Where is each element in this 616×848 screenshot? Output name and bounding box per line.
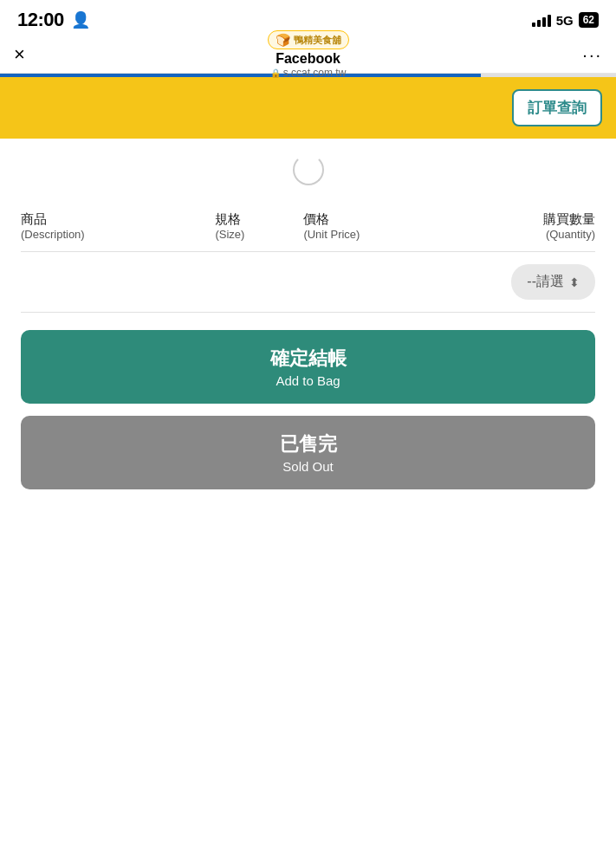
add-to-bag-main-text: 確定結帳 bbox=[270, 346, 347, 372]
yellow-banner: 訂單查詢 bbox=[0, 77, 616, 139]
sold-out-main-text: 已售完 bbox=[280, 431, 337, 457]
close-button[interactable]: × bbox=[14, 43, 45, 66]
size-sub-label: (Size) bbox=[215, 228, 303, 241]
logo-area: 🍞 鴨精美食舖 Facebook 🔒 s.ccat.com.tw bbox=[268, 30, 349, 79]
col-desc-header: 商品 (Description) bbox=[21, 211, 215, 241]
table-data-row: --請選 ⬍ bbox=[21, 252, 595, 313]
person-icon: 👤 bbox=[71, 10, 90, 29]
status-time: 12:00 bbox=[17, 9, 64, 31]
chevron-updown-icon: ⬍ bbox=[569, 275, 580, 289]
sold-out-button: 已售完 Sold Out bbox=[21, 416, 595, 489]
price-sub-label: (Unit Price) bbox=[303, 228, 436, 241]
qty-select-label: --請選 bbox=[527, 273, 564, 291]
lock-icon: 🔒 bbox=[270, 68, 281, 78]
browser-title: Facebook bbox=[276, 51, 340, 67]
signal-bars bbox=[532, 13, 551, 27]
price-main-label: 價格 bbox=[303, 211, 436, 228]
loading-area bbox=[0, 139, 616, 194]
loading-circle bbox=[293, 154, 324, 185]
network-label: 5G bbox=[556, 13, 574, 28]
logo-icon: 🍞 bbox=[276, 33, 290, 47]
col-qty-data: --請選 ⬍ bbox=[436, 264, 595, 300]
browser-header: × 🍞 鴨精美食舖 Facebook 🔒 s.ccat.com.tw ··· bbox=[0, 36, 616, 74]
signal-bar-2 bbox=[537, 20, 541, 27]
sold-out-sub-text: Sold Out bbox=[282, 459, 333, 474]
more-button[interactable]: ··· bbox=[582, 45, 602, 65]
qty-sub-label: (Quantity) bbox=[546, 228, 595, 241]
add-to-bag-sub-text: Add to Bag bbox=[276, 373, 340, 388]
col-qty-header: 購買數量 (Quantity) bbox=[436, 211, 595, 241]
table-section: 商品 (Description) 規格 (Size) 價格 (Unit Pric… bbox=[0, 194, 616, 313]
desc-main-label: 商品 bbox=[21, 211, 215, 228]
add-to-bag-button[interactable]: 確定結帳 Add to Bag bbox=[21, 330, 595, 404]
logo-text: 鴨精美食舖 bbox=[294, 34, 341, 47]
signal-bar-1 bbox=[532, 23, 535, 27]
browser-url: 🔒 s.ccat.com.tw bbox=[270, 67, 347, 79]
signal-bar-4 bbox=[548, 15, 551, 27]
action-buttons: 確定結帳 Add to Bag 已售完 Sold Out bbox=[0, 313, 616, 489]
col-size-header: 規格 (Size) bbox=[215, 211, 303, 241]
desc-sub-label: (Description) bbox=[21, 228, 215, 241]
signal-bar-3 bbox=[542, 17, 546, 27]
table-header-row: 商品 (Description) 規格 (Size) 價格 (Unit Pric… bbox=[21, 211, 595, 252]
quantity-select-button[interactable]: --請選 ⬍ bbox=[511, 264, 595, 300]
logo-badge: 🍞 鴨精美食舖 bbox=[268, 30, 349, 49]
status-icons: 5G 62 bbox=[532, 12, 599, 28]
qty-main-label: 購買數量 bbox=[543, 211, 595, 228]
size-main-label: 規格 bbox=[215, 211, 303, 228]
col-price-header: 價格 (Unit Price) bbox=[303, 211, 436, 241]
battery-indicator: 62 bbox=[579, 12, 599, 28]
order-query-button[interactable]: 訂單查詢 bbox=[512, 89, 602, 126]
